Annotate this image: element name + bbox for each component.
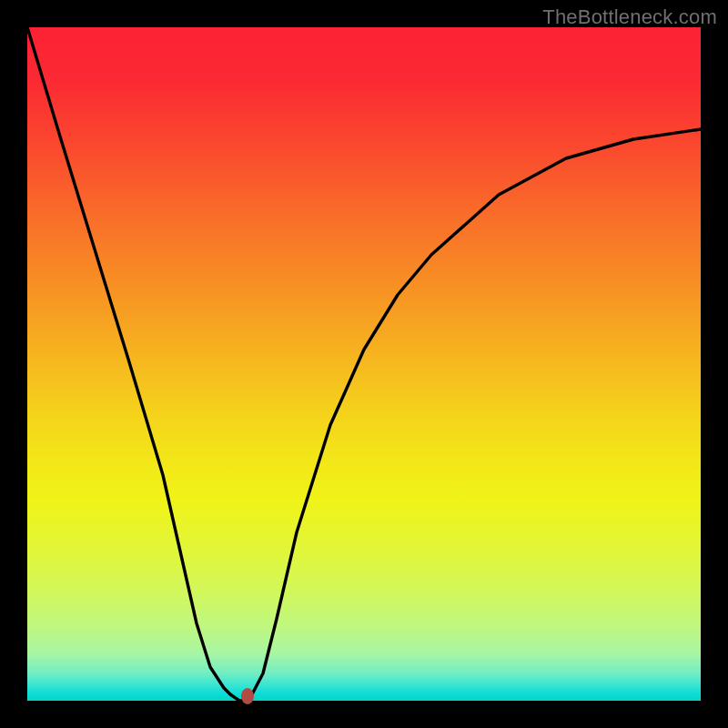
bottleneck-curve (27, 27, 701, 701)
optimal-point-marker (241, 688, 254, 704)
chart-frame: TheBottleneck.com (0, 0, 728, 728)
plot-area (27, 27, 701, 701)
plot-svg (27, 27, 701, 701)
watermark-label: TheBottleneck.com (542, 5, 717, 29)
